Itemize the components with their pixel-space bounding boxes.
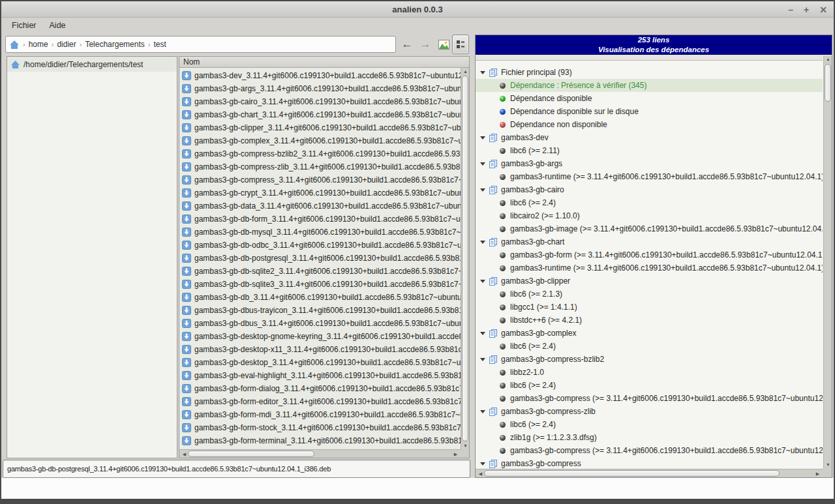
expander-icon[interactable] bbox=[480, 358, 485, 361]
file-list-horizontal-scrollbar[interactable]: ◀ ▶ bbox=[179, 449, 461, 458]
tree-dependency-row[interactable]: libcairo2 (>= 1.10.0) bbox=[476, 209, 823, 222]
tree-dependency-row[interactable]: libbz2-1.0 bbox=[476, 366, 823, 379]
tree-dependency-row[interactable]: Dépendance : Présence à vérifier (345) bbox=[476, 79, 823, 92]
file-list-item[interactable]: gambas3-gb-form-editor_3.11.4+git6006.c1… bbox=[179, 395, 461, 408]
tree-package-row[interactable]: gambas3-gb-chart bbox=[476, 235, 823, 248]
tree-dependency-row[interactable]: gambas3-gb-compress (>= 3.11.4+git6006.c… bbox=[476, 392, 823, 405]
file-list-item[interactable]: gambas3-gb-db-mysql_3.11.4+git6006.c1991… bbox=[179, 226, 461, 239]
maximize-button[interactable]: + bbox=[804, 5, 809, 14]
scrollbar-thumb[interactable] bbox=[484, 470, 780, 477]
forward-button[interactable]: → bbox=[418, 36, 433, 53]
file-list-item[interactable]: gambas3-gb-compress-zlib_3.11.4+git6006.… bbox=[179, 160, 461, 173]
expander-icon[interactable] bbox=[480, 162, 485, 166]
file-list-item[interactable]: gambas3-gb-compress_3.11.4+git6006.c1991… bbox=[179, 173, 461, 186]
breadcrumb-segment-telechargements[interactable]: Telechargements bbox=[85, 40, 144, 49]
file-list-item[interactable]: gambas3-gb-form-dialog_3.11.4+git6006.c1… bbox=[179, 382, 461, 395]
tree-package-row[interactable]: gambas3-gb-args bbox=[476, 157, 823, 170]
dep-vertical-scrollbar[interactable]: ▲ ▼ bbox=[823, 55, 832, 468]
scrollbar-thumb[interactable] bbox=[188, 451, 314, 457]
scroll-down-arrow[interactable]: ▼ bbox=[462, 442, 469, 449]
tree-dependency-row[interactable]: gambas3-gb-form (>= 3.11.4+git6006.c1991… bbox=[476, 248, 823, 261]
file-list-item[interactable]: gambas3-gb-db-sqlite2_3.11.4+git6006.c19… bbox=[179, 265, 461, 278]
tree-dependency-row[interactable]: libc6 (>= 2.4) bbox=[476, 340, 823, 353]
tree-package-row[interactable]: gambas3-gb-compress bbox=[476, 457, 823, 468]
file-list-item[interactable]: gambas3-dev_3.11.4+git6006.c199130+build… bbox=[179, 69, 461, 82]
scroll-down-arrow[interactable]: ▼ bbox=[825, 461, 832, 468]
menu-fichier[interactable]: Fichier bbox=[5, 18, 43, 33]
file-list-vertical-scrollbar[interactable]: ▲ ▼ bbox=[461, 68, 469, 449]
tree-dependency-row[interactable]: libc6 (>= 2.4) bbox=[476, 379, 823, 392]
title-bar[interactable]: analien 0.0.3 – + ✕ bbox=[1, 1, 834, 18]
expander-icon[interactable] bbox=[480, 136, 485, 140]
file-list-item[interactable]: gambas3-gb-form-mdi_3.11.4+git6006.c1991… bbox=[179, 408, 461, 421]
file-list-item[interactable]: gambas3-gb-form-terminal_3.11.4+git6006.… bbox=[179, 434, 461, 447]
tree-package-row[interactable]: gambas3-gb-clipper bbox=[476, 274, 823, 288]
close-button[interactable]: ✕ bbox=[819, 5, 827, 14]
scroll-up-arrow[interactable]: ▲ bbox=[825, 55, 832, 63]
tree-package-row[interactable]: Fichier principal (93) bbox=[476, 66, 823, 79]
file-list-item[interactable]: gambas3-gb-desktop-gnome-keyring_3.11.4+… bbox=[179, 330, 461, 343]
minimize-button[interactable]: – bbox=[788, 5, 793, 14]
breadcrumb-segment-didier[interactable]: didier bbox=[57, 40, 76, 49]
tree-package-row[interactable]: gambas3-gb-compress-bzlib2 bbox=[476, 353, 823, 366]
file-list-item[interactable]: gambas3-gb-desktop_3.11.4+git6006.c19913… bbox=[179, 356, 461, 369]
tree-dependency-row[interactable]: gambas3-gb-image (>= 3.11.4+git6006.c199… bbox=[476, 222, 823, 235]
tree-dependency-row[interactable]: Dépendance non disponible bbox=[476, 118, 823, 131]
image-preview-button[interactable] bbox=[436, 36, 451, 53]
tree-dependency-row[interactable]: libc6 (>= 2.1.3) bbox=[476, 288, 823, 301]
file-list-item[interactable]: gambas3-gb-dbus_3.11.4+git6006.c199130+b… bbox=[179, 317, 461, 330]
dep-horizontal-scrollbar[interactable]: ◀ ▶ bbox=[476, 469, 823, 477]
tree-dependency-row[interactable]: Dépendance disponible bbox=[476, 92, 823, 105]
file-list-item[interactable]: gambas3-gb-db-odbc_3.11.4+git6006.c19913… bbox=[179, 239, 461, 252]
tree-dependency-row[interactable]: libstdc++6 (>= 4.2.1) bbox=[476, 314, 823, 327]
tree-dependency-row[interactable]: Dépendance disponible sur le disque bbox=[476, 105, 823, 118]
expander-icon[interactable] bbox=[480, 188, 485, 192]
file-list-item[interactable]: gambas3-gb-cairo_3.11.4+git6006.c199130+… bbox=[179, 95, 461, 108]
expander-icon[interactable] bbox=[480, 280, 485, 283]
file-list-item[interactable]: gambas3-gb-compress-bzlib2_3.11.4+git600… bbox=[179, 147, 461, 160]
breadcrumb-segment-home[interactable]: home bbox=[29, 40, 48, 49]
tree-dependency-row[interactable]: libc6 (>= 2.4) bbox=[476, 196, 823, 209]
scroll-right-arrow[interactable]: ▶ bbox=[452, 451, 459, 458]
tree-dependency-row[interactable]: libgcc1 (>= 1:4.1.1) bbox=[476, 301, 823, 314]
selected-file-field[interactable]: gambas3-gb-db-postgresql_3.11.4+git6006.… bbox=[3, 460, 470, 478]
expander-icon[interactable] bbox=[480, 410, 485, 413]
expander-icon[interactable] bbox=[480, 241, 485, 244]
tree-package-row[interactable]: gambas3-gb-compress-zlib bbox=[476, 405, 823, 418]
home-icon[interactable] bbox=[9, 40, 20, 50]
file-list-item[interactable]: gambas3-gb-form-stock_3.11.4+git6006.c19… bbox=[179, 421, 461, 434]
file-list-item[interactable]: gambas3-gb-crypt_3.11.4+git6006.c199130+… bbox=[179, 186, 461, 200]
tree-dependency-row[interactable]: libc6 (>= 2.4) bbox=[476, 418, 823, 431]
scroll-right-arrow[interactable]: ▶ bbox=[814, 470, 821, 477]
file-list-item[interactable]: gambas3-gb-complex_3.11.4+git6006.c19913… bbox=[179, 134, 461, 147]
file-list-item[interactable]: gambas3-gb-eval-highlight_3.11.4+git6006… bbox=[179, 369, 461, 382]
expander-icon[interactable] bbox=[480, 71, 485, 74]
breadcrumb-segment-test[interactable]: test bbox=[153, 40, 166, 49]
column-header-nom[interactable]: Nom bbox=[179, 57, 469, 68]
file-list-item[interactable]: gambas3-gb-desktop-x11_3.11.4+git6006.c1… bbox=[179, 343, 461, 356]
file-list-item[interactable]: gambas3-gb-data_3.11.4+git6006.c199130+b… bbox=[179, 200, 461, 213]
scrollbar-thumb[interactable] bbox=[825, 64, 831, 102]
tree-package-row[interactable]: gambas3-gb-cairo bbox=[476, 183, 823, 196]
expander-icon[interactable] bbox=[480, 462, 485, 466]
file-list-item[interactable]: gambas3-gb-args_3.11.4+git6006.c199130+b… bbox=[179, 82, 461, 95]
expander-icon[interactable] bbox=[480, 332, 485, 335]
file-list-item[interactable]: gambas3-gb-db-sqlite3_3.11.4+git6006.c19… bbox=[179, 278, 461, 291]
tree-dependency-row[interactable]: gambas3-runtime (>= 3.11.4+git6006.c1991… bbox=[476, 170, 823, 183]
tree-dependency-row[interactable]: gambas3-gb-compress (>= 3.11.4+git6006.c… bbox=[476, 444, 823, 457]
menu-aide[interactable]: Aide bbox=[43, 18, 72, 33]
file-list-item[interactable]: gambas3-gb-clipper_3.11.4+git6006.c19913… bbox=[179, 121, 461, 134]
file-list-item[interactable]: gambas3-gb-dbus-trayicon_3.11.4+git6006.… bbox=[179, 304, 461, 317]
details-view-button[interactable] bbox=[452, 35, 469, 54]
scroll-left-arrow[interactable]: ◀ bbox=[477, 470, 484, 477]
file-list-item[interactable]: gambas3-gb-db-form_3.11.4+git6006.c19913… bbox=[179, 213, 461, 226]
file-list-item[interactable]: gambas3-gb-db-postgresql_3.11.4+git6006.… bbox=[179, 252, 461, 265]
tree-package-row[interactable]: gambas3-gb-complex bbox=[476, 327, 823, 340]
scrollbar-thumb[interactable] bbox=[462, 76, 468, 441]
file-list-item[interactable]: gambas3-gb-db_3.11.4+git6006.c199130+bui… bbox=[179, 291, 461, 304]
tree-dependency-row[interactable]: gambas3-runtime (>= 3.11.4+git6006.c1991… bbox=[476, 261, 823, 274]
scroll-left-arrow[interactable]: ◀ bbox=[181, 451, 188, 458]
back-button[interactable]: ← bbox=[399, 36, 415, 53]
scroll-up-arrow[interactable]: ▲ bbox=[462, 68, 469, 75]
file-list-item[interactable]: gambas3-gb-chart_3.11.4+git6006.c199130+… bbox=[179, 108, 461, 121]
